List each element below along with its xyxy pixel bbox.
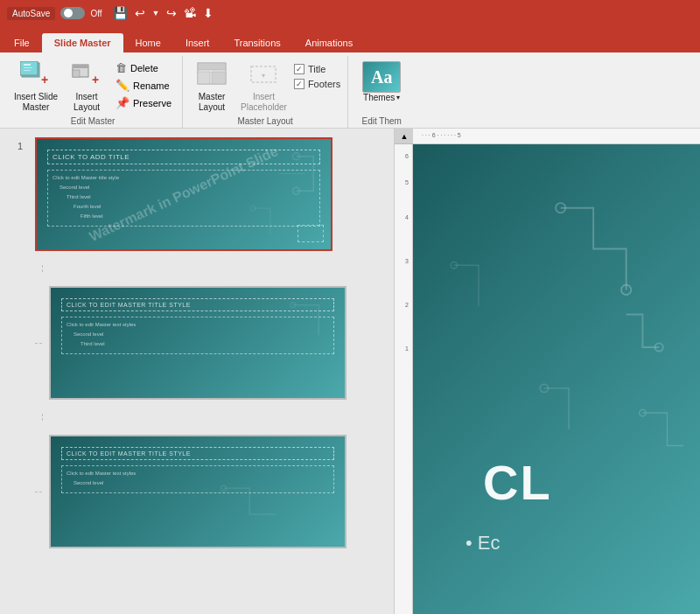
- ruler-tick-2: 2: [405, 302, 409, 308]
- svg-rect-12: [198, 72, 210, 84]
- edit-theme-buttons: Aa Themes ▾: [355, 59, 408, 115]
- svg-text:+: +: [41, 73, 48, 87]
- insert-slide-master-icon: +: [20, 61, 52, 92]
- svg-rect-2: [24, 64, 31, 66]
- slide-content-1: Click to edit Master title style Second …: [47, 170, 320, 227]
- themes-dropdown-icon: ▾: [396, 94, 400, 101]
- ruler-tick-4: 4: [405, 214, 409, 220]
- footers-checkbox[interactable]: ✓: [294, 79, 304, 89]
- save-icon[interactable]: 💾: [113, 6, 128, 20]
- title-checkbox[interactable]: ✓: [294, 64, 304, 74]
- tab-transitions[interactable]: Transitions: [221, 33, 292, 52]
- ribbon-tabs: File Slide Master Home Insert Transition…: [0, 26, 700, 52]
- master-layout-button[interactable]: MasterLayout: [190, 59, 234, 115]
- insert-layout-button[interactable]: + InsertLayout: [65, 59, 108, 115]
- rename-button[interactable]: ✏️ Rename: [112, 77, 175, 94]
- insert-placeholder-button[interactable]: ▾ InsertPlaceholder: [237, 59, 290, 115]
- master-layout-checkboxes: ✓ Title ✓ Footers: [294, 59, 340, 90]
- ruler-tick-1: 1: [405, 345, 409, 352]
- rename-icon: ✏️: [116, 79, 130, 92]
- autosave-label: AutoSave: [7, 7, 55, 20]
- themes-label: Themes: [363, 93, 395, 102]
- svg-rect-8: [73, 70, 80, 77]
- slide-content-3: Click to edit Master text styles Second …: [61, 465, 334, 493]
- tab-file[interactable]: File: [2, 33, 42, 52]
- slide-thumbnail-3[interactable]: CLICK TO EDIT MASTER TITLE STYLE Click t…: [49, 435, 346, 548]
- slide-text-3: CLICK TO EDIT MASTER TITLE STYLE Click t…: [61, 447, 334, 536]
- title-checkbox-label: Title: [308, 64, 326, 74]
- master-layout-group-label: Master Layout: [237, 115, 292, 126]
- canvas-slide[interactable]: CL • Ec: [413, 144, 700, 614]
- redo-icon[interactable]: ↪: [166, 6, 177, 20]
- themes-button[interactable]: Aa Themes ▾: [355, 59, 408, 104]
- connector-2-3: [42, 414, 394, 421]
- scroll-up-button[interactable]: ▲: [395, 129, 414, 144]
- edit-canvas: · · · 6 · · · · · · 5 CL • Ec: [413, 129, 700, 614]
- vertical-ruler: 6 5 4 3 2 1: [395, 144, 412, 614]
- main-content: 1 CLICK TO ADD TITLE Click to edit: [0, 129, 700, 614]
- slide-thumbnail-1[interactable]: CLICK TO ADD TITLE Click to edit Master …: [35, 137, 332, 251]
- insert-slide-master-button[interactable]: + Insert SlideMaster: [10, 59, 61, 115]
- insert-layout-label: InsertLayout: [74, 92, 100, 113]
- preserve-button[interactable]: 📌 Preserve: [112, 94, 175, 111]
- slide-thumbnail-2[interactable]: CLICK TO EDIT MASTER TITLE STYLE Click t…: [49, 286, 346, 400]
- tab-slide-master[interactable]: Slide Master: [42, 33, 123, 52]
- slide-content-2: Click to edit Master text styles Second …: [61, 317, 334, 354]
- slide-title-1: CLICK TO ADD TITLE: [47, 150, 320, 164]
- insert-layout-icon: +: [71, 61, 102, 92]
- undo-dropdown-icon[interactable]: ▼: [152, 9, 160, 17]
- slide-number-1: 1: [18, 137, 28, 151]
- scroll-up-icon: ▲: [401, 132, 409, 141]
- svg-rect-7: [73, 65, 88, 68]
- canvas-main-text: CL: [483, 454, 552, 511]
- svg-rect-13: [212, 72, 226, 84]
- slide-title-2: CLICK TO EDIT MASTER TITLE STYLE: [61, 298, 334, 311]
- slide-item-2: CLICK TO EDIT MASTER TITLE STYLE Click t…: [18, 286, 394, 400]
- rename-label: Rename: [133, 80, 170, 91]
- title-bar-icons: 💾 ↩ ▼ ↪ 📽 ⬇: [113, 6, 214, 20]
- svg-rect-11: [198, 63, 226, 70]
- slide-number-3: [18, 435, 28, 438]
- slide-title-3: CLICK TO EDIT MASTER TITLE STYLE: [61, 447, 334, 460]
- insert-placeholder-icon: ▾: [248, 61, 279, 92]
- canvas-bullet-text: • Ec: [466, 532, 500, 555]
- edit-master-small-buttons: 🗑 Delete ✏️ Rename 📌 Preserve: [112, 59, 175, 111]
- tab-home[interactable]: Home: [123, 33, 173, 52]
- slide-item-3: CLICK TO EDIT MASTER TITLE STYLE Click t…: [18, 435, 394, 548]
- insert-placeholder-label: InsertPlaceholder: [241, 92, 287, 113]
- more-icon[interactable]: ⬇: [203, 6, 214, 20]
- footers-checkbox-row[interactable]: ✓ Footers: [294, 78, 340, 90]
- edit-master-buttons: + Insert SlideMaster + InsertLayout: [10, 59, 175, 115]
- autosave-state: Off: [90, 9, 102, 18]
- themes-icon: Aa: [362, 61, 401, 93]
- h-connector-2: [35, 343, 42, 344]
- h-ruler-6: · · · 6 · · · · · · 5: [422, 132, 461, 138]
- edit-master-group-label: Edit Master: [71, 115, 116, 126]
- insert-slide-master-label: Insert SlideMaster: [14, 92, 58, 113]
- slide-text-1: CLICK TO ADD TITLE Click to edit Master …: [47, 150, 320, 239]
- master-layout-buttons: MasterLayout ▾ InsertPlaceholder ✓ Title: [190, 59, 340, 115]
- undo-icon[interactable]: ↩: [135, 6, 145, 20]
- autosave-toggle[interactable]: [60, 7, 85, 19]
- ribbon: + Insert SlideMaster + InsertLayout: [0, 52, 700, 129]
- slide-inner-1: CLICK TO ADD TITLE Click to edit Master …: [37, 139, 331, 249]
- title-checkbox-row[interactable]: ✓ Title: [294, 63, 340, 75]
- master-layout-label: MasterLayout: [199, 92, 226, 113]
- slide-text-2: CLICK TO EDIT MASTER TITLE STYLE Click t…: [61, 298, 334, 387]
- svg-text:+: +: [92, 73, 99, 87]
- tab-animations[interactable]: Animations: [293, 33, 365, 52]
- delete-icon: 🗑: [116, 61, 127, 74]
- slide-bottom-placeholder-1: [298, 225, 324, 242]
- ribbon-group-edit-master: + Insert SlideMaster + InsertLayout: [4, 56, 183, 128]
- title-bar-left: AutoSave Off: [7, 7, 102, 20]
- slides-panel: 1 CLICK TO ADD TITLE Click to edit: [0, 129, 394, 614]
- master-layout-icon: [196, 61, 228, 92]
- svg-text:▾: ▾: [262, 72, 265, 80]
- delete-button[interactable]: 🗑 Delete: [112, 59, 175, 76]
- present-icon[interactable]: 📽: [184, 6, 196, 20]
- slide-inner-2: CLICK TO EDIT MASTER TITLE STYLE Click t…: [51, 288, 345, 398]
- svg-rect-3: [24, 67, 32, 68]
- preserve-icon: 📌: [116, 96, 130, 109]
- connector-1-2: [42, 265, 394, 272]
- tab-insert[interactable]: Insert: [173, 33, 222, 52]
